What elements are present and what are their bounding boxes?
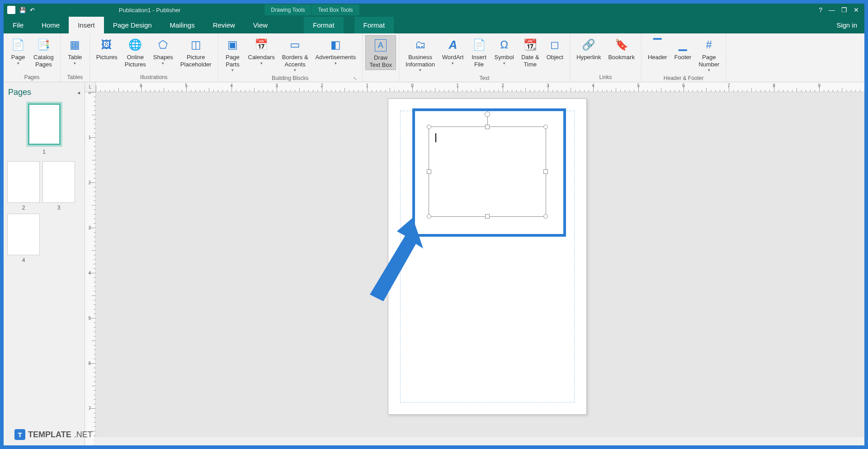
tab-home[interactable]: Home	[33, 17, 69, 33]
page-thumbnail-2[interactable]	[7, 161, 40, 203]
selected-text-box[interactable]	[429, 126, 546, 217]
svg-marker-0	[370, 218, 423, 301]
resize-handle-tc[interactable]	[485, 125, 490, 129]
tab-view[interactable]: View	[244, 17, 277, 33]
footer-icon: ▁	[675, 37, 691, 53]
window-title: Publication1 - Publisher	[35, 7, 264, 14]
dialog-launcher-icon[interactable]: ⤡	[353, 76, 357, 81]
page-thumbnail-1[interactable]	[26, 102, 62, 147]
ribbon-group-label: Building Blocks	[221, 74, 360, 83]
horizontal-scrollbar[interactable]	[94, 436, 864, 445]
borders-accents-button[interactable]: ▭Borders & Accents▾	[278, 35, 312, 74]
ribbon-group-building-blocks: ▣Page Parts▾📅Calendars▾▭Borders & Accent…	[218, 33, 363, 82]
table-icon: ▦	[67, 37, 83, 53]
restore-button[interactable]: ❐	[841, 6, 847, 14]
tab-mailings[interactable]: Mailings	[161, 17, 204, 33]
business-info-dropdown-icon: ▾	[419, 68, 421, 72]
tab-file[interactable]: File	[4, 17, 33, 33]
page-parts-button[interactable]: ▣Page Parts▾	[221, 35, 245, 74]
ribbon-group-header-footer: ▔Header▁Footer#Page Number▾Header & Foot…	[642, 33, 726, 82]
advertisements-dropdown-icon: ▾	[335, 61, 337, 65]
thumb-label: 2	[22, 205, 25, 211]
pages-collapse-icon[interactable]: ◂	[77, 89, 80, 96]
object-label: Object	[547, 54, 564, 61]
ribbon-group-illustrations: 🖼Pictures🌐Online Pictures⬠Shapes▾◫Pictur…	[90, 33, 218, 82]
menu-bar: FileHomeInsertPage DesignMailingsReviewV…	[4, 16, 864, 33]
ribbon-group-text: 🗂Business Information▾AWordArt▾📄Insert F…	[399, 33, 570, 82]
tab-format-drawing[interactable]: Format	[304, 17, 344, 33]
calendars-icon: 📅	[253, 37, 269, 53]
advertisements-icon: ◧	[327, 37, 344, 53]
resize-handle-mr[interactable]	[543, 169, 548, 174]
page-button[interactable]: 📄Page▾	[6, 35, 30, 67]
thumb-label: 4	[22, 257, 25, 263]
watermark-suffix: .NET	[74, 430, 93, 440]
resize-handle-tr[interactable]	[543, 125, 548, 129]
online-pictures-icon: 🌐	[127, 37, 143, 53]
business-info-label: Business Information	[406, 54, 435, 68]
page-icon: 📄	[10, 37, 26, 53]
header-icon: ▔	[649, 37, 665, 53]
draw-text-box-label: Draw Text Box	[369, 54, 392, 68]
thumb-preview	[7, 214, 40, 255]
page-parts-dropdown-icon: ▾	[231, 68, 234, 72]
object-button[interactable]: ◻Object	[543, 35, 567, 62]
advertisements-button[interactable]: ◧Advertisements▾	[312, 35, 360, 67]
minimize-button[interactable]: —	[829, 6, 835, 14]
qat-undo-icon[interactable]: ↶	[30, 7, 35, 14]
shapes-icon: ⬠	[155, 37, 171, 53]
page-thumbnail-3[interactable]	[42, 161, 75, 203]
ribbon-group-textbox: ADraw Text Box	[363, 33, 399, 82]
page-number-dropdown-icon: ▾	[708, 68, 710, 72]
calendars-button[interactable]: 📅Calendars▾	[245, 35, 278, 67]
shapes-label: Shapes	[153, 54, 173, 61]
footer-button[interactable]: ▁Footer	[671, 35, 695, 62]
page-parts-icon: ▣	[225, 37, 241, 53]
catalog-pages-button[interactable]: 📑Catalog Pages	[30, 35, 57, 69]
business-info-icon: 🗂	[412, 37, 429, 53]
sign-in-button[interactable]: Sign in	[829, 17, 864, 33]
resize-handle-ml[interactable]	[427, 169, 431, 174]
ribbon-group-label: Illustrations	[93, 73, 215, 82]
close-button[interactable]: ✕	[854, 6, 859, 14]
horizontal-ruler: 6543210123456789	[96, 82, 864, 92]
borders-accents-icon: ▭	[287, 37, 303, 53]
footer-label: Footer	[675, 54, 692, 61]
page-number-button[interactable]: #Page Number▾	[695, 35, 723, 74]
symbol-button[interactable]: ΩSymbol▾	[491, 35, 518, 67]
date-time-button[interactable]: 📆Date & Time	[518, 35, 543, 69]
page-thumbnail-4[interactable]	[7, 214, 40, 255]
draw-text-box-button[interactable]: ADraw Text Box	[365, 35, 396, 70]
tab-format-textbox[interactable]: Format	[354, 17, 394, 33]
tab-insert[interactable]: Insert	[69, 17, 104, 33]
ribbon-group-label	[365, 79, 396, 82]
insert-file-button[interactable]: 📄Insert File	[467, 35, 491, 69]
picture-placeholder-button[interactable]: ◫Picture Placeholder	[177, 35, 215, 69]
bookmark-button[interactable]: 🔖Bookmark	[604, 35, 638, 62]
table-button[interactable]: ▦Table▾	[63, 35, 87, 67]
canvas-area[interactable]: L 6543210123456789 01234567	[85, 82, 864, 445]
qat-save-icon[interactable]: 💾	[19, 7, 26, 14]
picture-placeholder-label: Picture Placeholder	[180, 54, 212, 68]
shapes-button[interactable]: ⬠Shapes▾	[150, 35, 177, 67]
page-label: Page	[11, 54, 25, 61]
hyperlink-button[interactable]: 🔗Hyperlink	[573, 35, 604, 62]
rotation-handle[interactable]	[485, 112, 490, 117]
help-button[interactable]: ?	[819, 6, 822, 14]
business-info-button[interactable]: 🗂Business Information▾	[402, 35, 439, 74]
pictures-label: Pictures	[96, 54, 118, 61]
pictures-button[interactable]: 🖼Pictures	[93, 35, 121, 62]
tab-page-design[interactable]: Page Design	[104, 17, 161, 33]
resize-handle-tl[interactable]	[427, 125, 431, 129]
hyperlink-label: Hyperlink	[576, 54, 601, 61]
thumb-preview	[42, 161, 75, 203]
resize-handle-bc[interactable]	[485, 214, 490, 219]
calendars-label: Calendars	[248, 54, 275, 61]
header-button[interactable]: ▔Header	[644, 35, 671, 62]
date-time-icon: 📆	[522, 37, 538, 53]
wordart-button[interactable]: AWordArt▾	[439, 35, 467, 67]
online-pictures-button[interactable]: 🌐Online Pictures	[121, 35, 150, 69]
page-number-icon: #	[701, 37, 717, 53]
tab-review[interactable]: Review	[204, 17, 244, 33]
resize-handle-br[interactable]	[543, 214, 548, 219]
